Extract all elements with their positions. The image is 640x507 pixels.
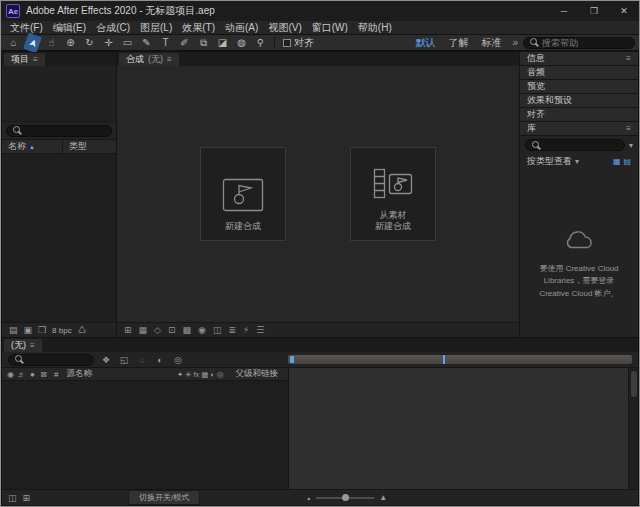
close-button[interactable]: ✕ [609,1,639,21]
timeline-search-box[interactable] [8,354,94,366]
brush-tool-button[interactable]: ✐ [176,36,193,50]
rectangle-tool-button[interactable]: ▭ [119,36,136,50]
color-depth-button[interactable]: 8 bpc [52,326,72,335]
list-view-icon[interactable]: ▤ [623,157,631,166]
workspace-learn[interactable]: 了解 [442,36,474,50]
new-composition-from-footage-button[interactable]: 从素材 新建合成 [350,147,436,241]
fx-icon[interactable]: fx [193,370,199,379]
library-search-box[interactable] [525,139,625,151]
panel-header-libraries[interactable]: 库 ≡ [520,122,638,135]
home-tool-button[interactable]: ⌂ [5,36,22,50]
view-layout-icon[interactable]: ◫ [213,325,222,335]
project-search-input[interactable] [25,126,105,136]
zoom-slider[interactable] [316,497,374,499]
snapping-toggle[interactable]: 对齐 [280,36,317,50]
minimize-button[interactable]: ─ [549,1,579,21]
frame-blending-icon[interactable]: ◐ [154,355,166,365]
solo-icon[interactable]: ● [28,370,37,379]
workspace-standard[interactable]: 标准 [475,36,507,50]
layer-number-column[interactable]: # [54,370,58,379]
pen-tool-button[interactable]: ✎ [138,36,155,50]
draft-3d-icon[interactable]: ◱ [118,355,130,365]
grid-and-guides-icon[interactable]: ▦ [139,325,148,335]
magnification-menu-icon[interactable]: ⊞ [124,325,132,335]
new-folder-icon[interactable]: ▣ [24,325,33,335]
source-name-column[interactable]: 源名称 [66,368,92,380]
transparency-grid-icon[interactable]: ▩ [183,325,192,335]
help-search-box[interactable] [523,37,635,49]
menu-effect[interactable]: 效果(T) [177,21,220,35]
menu-window[interactable]: 窗口(W) [307,21,353,35]
menu-help[interactable]: 帮助(H) [353,21,397,35]
panel-header-effects-presets[interactable]: 效果和预设 [520,94,638,107]
mask-visibility-icon[interactable]: ◇ [154,325,161,335]
roto-brush-tool-button[interactable]: ◍ [233,36,250,50]
menu-view[interactable]: 视图(V) [263,21,306,35]
pan-behind-tool-button[interactable]: ✛ [100,36,117,50]
new-composition-button[interactable]: 新建合成 [200,147,286,241]
panel-menu-icon[interactable]: ≡ [167,55,172,64]
panel-header-audio[interactable]: 音频 [520,66,638,79]
panel-menu-icon[interactable]: ≡ [30,341,35,350]
tab-timeline[interactable]: (无) ≡ [4,339,42,352]
zoom-tool-button[interactable]: ⊕ [62,36,79,50]
menu-layer[interactable]: 图层(L) [135,21,177,35]
tab-composition[interactable]: 合成 (无) ≡ [119,53,179,66]
type-tool-button[interactable]: T [157,36,174,50]
motion-blur-icon[interactable]: ◎ [217,370,224,379]
tab-project[interactable]: 项目 ≡ [4,53,45,66]
zoom-slider-handle[interactable] [342,494,349,501]
chevron-down-icon[interactable]: ▾ [575,157,579,166]
expand-transfer-icon[interactable]: ⊞ [23,493,31,503]
help-search-input[interactable] [542,38,628,48]
project-search-box[interactable] [6,125,112,137]
resolution-menu-icon[interactable]: ≣ [228,325,236,335]
scrollbar-handle[interactable] [631,371,637,397]
library-search-input[interactable] [544,140,618,150]
frame-blend-icon[interactable]: ◐ [210,370,215,379]
eraser-tool-button[interactable]: ◪ [214,36,231,50]
menu-edit[interactable]: 编辑(E) [48,21,91,35]
grid-view-icon[interactable]: ▦ [613,157,621,166]
panel-header-align[interactable]: 对齐 [520,108,638,121]
timeline-track-area[interactable] [289,368,628,489]
zoom-in-icon[interactable]: ▲ [379,493,387,502]
panel-header-info[interactable]: 信息 ≡ [520,52,638,65]
panel-header-preview[interactable]: 预览 [520,80,638,93]
puppet-pin-tool-button[interactable]: ⚲ [252,36,269,50]
panel-menu-icon[interactable]: ≡ [33,55,38,64]
fast-preview-icon[interactable]: ⚡ [243,325,249,335]
menu-file[interactable]: 文件(F) [5,21,48,35]
view-by-label[interactable]: 按类型查看 [527,155,572,168]
motion-blur-icon[interactable]: ◎ [172,355,184,365]
selection-tool-button[interactable]: ➤ [23,32,42,53]
workspace-default[interactable]: 默认 [409,36,441,50]
column-header-type[interactable]: 类型 [63,140,116,153]
clone-stamp-tool-button[interactable]: ⧉ [195,36,212,50]
current-time-indicator[interactable] [443,355,445,364]
shy-icon[interactable]: ✦ [177,370,183,379]
expand-in-out-icon[interactable]: ◫ [8,493,17,503]
workspace-overflow-button[interactable]: » [508,37,522,48]
delete-icon[interactable]: ♺ [78,325,86,335]
panel-menu-icon[interactable]: ≡ [626,124,631,133]
timeline-button-icon[interactable]: ☰ [256,325,264,335]
maximize-button[interactable]: ❐ [579,1,609,21]
interpret-footage-icon[interactable]: ▤ [9,325,18,335]
lock-icon[interactable]: ⊠ [39,370,48,379]
timeline-search-input[interactable] [27,355,87,365]
snapping-checkbox[interactable] [283,39,291,47]
menu-animation[interactable]: 动画(A) [220,21,263,35]
hand-tool-button[interactable]: ☝ [43,36,60,50]
camera-menu-icon[interactable]: ◉ [198,325,206,335]
hide-shy-layers-icon[interactable]: ◌ [136,355,148,365]
timeline-layer-list[interactable] [2,381,288,489]
zoom-out-icon[interactable]: ▲ [306,495,311,501]
new-composition-icon[interactable]: ❒ [38,325,46,335]
panel-menu-icon[interactable]: ≡ [626,54,631,63]
time-navigator-start-handle[interactable] [290,356,294,363]
column-header-name[interactable]: 名称 ▲ [2,140,62,153]
orbit-camera-tool-button[interactable]: ↻ [81,36,98,50]
vertical-scrollbar[interactable] [628,368,638,489]
parent-link-column[interactable]: 父级和链接 [236,368,279,380]
